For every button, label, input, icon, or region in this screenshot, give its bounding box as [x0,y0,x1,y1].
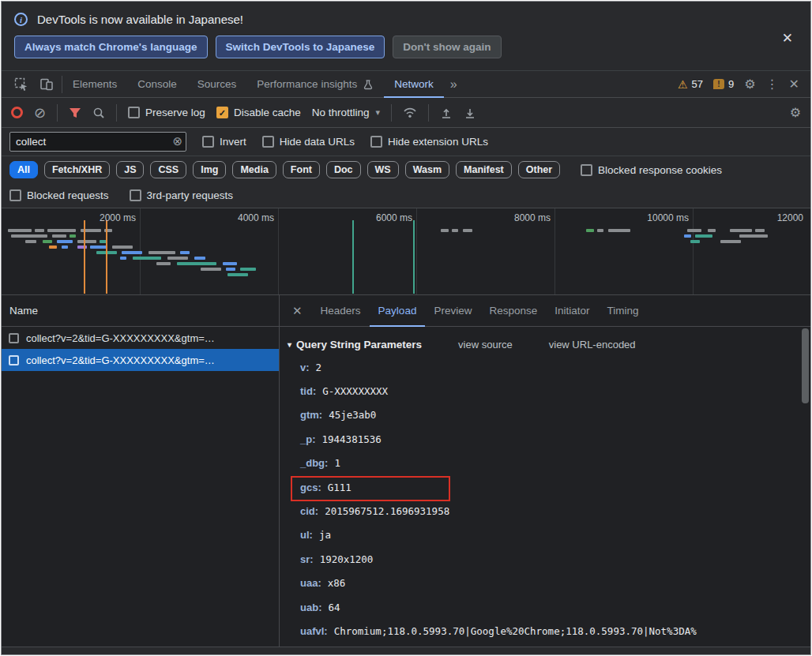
more-tabs-icon[interactable]: » [444,77,464,92]
param-value: 64 [328,602,340,613]
hide-data-urls-checkbox[interactable]: Hide data URLs [262,136,355,148]
request-name: collect?v=2&tid=G-XXXXXXXXX&gtm=… [26,354,215,366]
issues-counter[interactable]: ! 9 [713,78,734,90]
filter-pill-all[interactable]: All [9,161,38,178]
settings-gear-icon[interactable]: ⚙ [744,78,755,91]
resource-type-filters: All Fetch/XHR JS CSS Img Media Font Doc … [2,156,810,183]
request-checkbox[interactable] [9,355,19,365]
clear-network-log-icon[interactable]: ⊘ [34,106,46,120]
payload-view: ▾ Query String Parameters view source vi… [280,327,810,647]
network-conditions-icon[interactable] [403,107,417,118]
timeline-label: 12000 [777,212,803,223]
preserve-log-checkbox[interactable]: Preserve log [128,107,205,118]
tab-console[interactable]: Console [127,71,187,98]
param-value: 1944381536 [322,433,382,445]
filter-pill-ws[interactable]: WS [367,161,399,178]
checkbox-box [262,136,274,148]
filter-pill-media[interactable]: Media [232,161,276,178]
tab-payload[interactable]: Payload [370,295,426,327]
export-har-icon[interactable] [464,107,476,119]
filter-pill-js[interactable]: JS [116,161,144,178]
tab-response[interactable]: Response [480,295,546,327]
more-options-kebab-icon[interactable]: ⋮ [766,78,779,91]
tab-network[interactable]: Network [384,71,444,98]
filter-pill-css[interactable]: CSS [150,161,186,178]
tab-elements[interactable]: Elements [62,71,127,98]
warning-count: 57 [692,78,703,90]
clear-filter-icon[interactable]: ⊗ [172,135,182,147]
tab-preview[interactable]: Preview [425,295,480,327]
request-row[interactable]: collect?v=2&tid=G-XXXXXXXXX&gtm=… [2,327,279,349]
request-checkbox[interactable] [9,333,19,343]
name-column-header[interactable]: Name [2,295,279,327]
filter-pill-other[interactable]: Other [518,161,560,178]
param-row: tid G-XXXXXXXXX [288,379,810,403]
scrollbar-thumb[interactable] [802,328,809,403]
tab-headers[interactable]: Headers [312,295,370,327]
issues-icon: ! [713,79,724,89]
param-value: Chromium;118.0.5993.70|Google%20Chrome;1… [334,625,697,637]
dont-show-again-button[interactable]: Don't show again [393,36,501,58]
tab-timing[interactable]: Timing [599,295,648,327]
filter-pill-doc[interactable]: Doc [326,161,361,178]
details-scrollbar[interactable] [802,328,809,644]
request-row-selected[interactable]: collect?v=2&tid=G-XXXXXXXXX&gtm=… [2,349,279,371]
waterfall-bar [687,229,701,232]
disable-cache-checkbox[interactable]: Disable cache [216,107,301,118]
filter-pill-wasm[interactable]: Wasm [405,161,449,178]
tab-performance-insights[interactable]: Performance insights [246,71,384,98]
param-row: sr 1920x1200 [288,547,810,571]
network-settings-gear-icon[interactable]: ⚙ [790,107,801,119]
waterfall-bar [77,246,87,249]
hide-extension-urls-checkbox[interactable]: Hide extension URLs [370,136,488,148]
waterfall-bar [177,262,216,265]
infobar-close-icon[interactable]: ✕ [782,30,793,47]
param-key: _p [300,433,316,445]
param-row: uab 64 [288,595,810,619]
checkbox-box [581,164,592,176]
filter-pill-fetch-xhr[interactable]: Fetch/XHR [44,161,110,178]
invert-checkbox[interactable]: Invert [202,136,246,148]
filter-input[interactable] [9,132,186,152]
filter-pill-manifest[interactable]: Manifest [456,161,512,178]
import-har-icon[interactable] [440,107,453,119]
close-details-icon[interactable]: ✕ [283,304,312,318]
param-row: cid 2015967512.1696931958 [288,499,810,523]
blocked-requests-checkbox[interactable]: Blocked requests [9,189,109,201]
checkbox-box-checked [216,107,228,118]
warnings-counter[interactable]: ⚠ 57 [678,78,703,91]
third-party-requests-checkbox[interactable]: 3rd-party requests [130,189,234,201]
filter-pill-font[interactable]: Font [283,161,320,178]
tab-initiator[interactable]: Initiator [546,295,598,327]
view-url-encoded-link[interactable]: view URL-encoded [549,339,636,350]
param-row: _p 1944381536 [288,427,810,451]
collapse-triangle-icon[interactable]: ▾ [288,340,291,349]
tab-sources[interactable]: Sources [187,71,247,98]
view-source-link[interactable]: view source [458,339,513,350]
info-icon [14,13,28,26]
toggle-device-toolbar-icon[interactable] [39,77,54,92]
network-split-view: Name collect?v=2&tid=G-XXXXXXXXX&gtm=… c… [2,295,810,647]
inspect-element-icon[interactable] [14,77,28,92]
filter-pill-img[interactable]: Img [193,161,226,178]
network-filter-row: ⊗ Invert Hide data URLs Hide extension U… [2,128,810,156]
network-overview[interactable]: 2000 ms 4000 ms 6000 ms 8000 ms 10000 ms… [2,208,810,295]
query-string-parameters-title[interactable]: Query String Parameters [296,339,422,350]
timeline-gridline [693,208,694,294]
param-value: G111 [328,482,351,493]
match-chrome-language-button[interactable]: Always match Chrome's language [14,36,208,58]
param-row: _dbg 1 [288,452,810,475]
timeline-event-line [352,220,354,294]
switch-devtools-japanese-button[interactable]: Switch DevTools to Japanese [216,36,385,58]
filter-funnel-icon[interactable] [69,107,81,118]
waterfall-bar [720,240,741,243]
search-icon[interactable] [92,107,105,119]
close-devtools-icon[interactable]: ✕ [789,78,799,91]
record-network-log-icon[interactable] [11,107,23,118]
throttling-select[interactable]: No throttling ▾ [312,107,380,118]
param-value: 45je3ab0 [329,409,376,421]
param-key: uafvl [300,625,328,637]
param-key: _dbg [300,457,328,469]
waterfall-bar [597,229,603,232]
blocked-response-cookies-checkbox[interactable]: Blocked response cookies [581,164,722,176]
